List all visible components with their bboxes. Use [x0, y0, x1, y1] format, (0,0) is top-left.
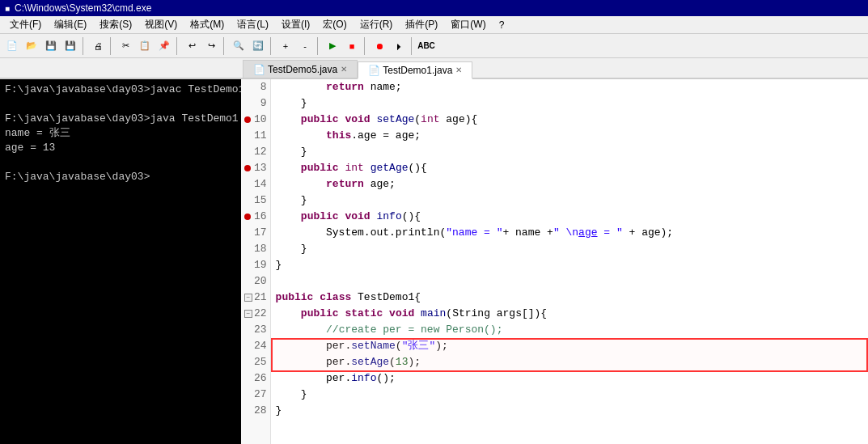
tab-label-testdemo1: 📄 TestDemo1.java	[368, 65, 452, 76]
line-num-11: 11	[244, 128, 267, 144]
toolbar-playback[interactable]: ⏵	[390, 37, 408, 55]
toolbar-sep8	[411, 37, 414, 55]
toolbar-paste[interactable]: 📌	[155, 37, 173, 55]
line-num-13: 13	[244, 160, 267, 176]
toolbar-cut[interactable]: ✂	[116, 37, 134, 55]
line-num-9: 9	[244, 95, 267, 112]
toolbar-sep7	[364, 37, 367, 55]
tab-close-testdemo5[interactable]: ✕	[341, 65, 347, 74]
window-icon: ■	[5, 4, 10, 13]
menu-settings[interactable]: 设置(I)	[275, 16, 316, 33]
menu-plugin[interactable]: 插件(P)	[399, 16, 444, 33]
toolbar-run[interactable]: ▶	[324, 37, 341, 55]
tab-testdemo5[interactable]: 📄 TestDemo5.java ✕	[243, 60, 358, 78]
menu-format[interactable]: 格式(M)	[184, 16, 231, 33]
tab-close-testdemo1[interactable]: ✕	[455, 66, 462, 74]
menu-edit[interactable]: 编辑(E)	[48, 16, 93, 33]
code-line-11: this.age = age;	[276, 128, 863, 144]
fold-22[interactable]: −	[244, 310, 252, 318]
toolbar-find[interactable]: 🔍	[230, 37, 248, 55]
toolbar-sep5	[270, 37, 273, 55]
toolbar-stop[interactable]: ■	[343, 37, 361, 55]
toolbar-sep1	[83, 37, 86, 55]
code-line-24: per.setName("张三");	[276, 338, 863, 354]
code-line-16: public void info(){	[276, 209, 863, 225]
code-editor: 8 9 10 11 12 13 14 15 16 17	[241, 79, 868, 444]
breakpoint-10[interactable]	[244, 116, 251, 123]
line-num-18: 18	[244, 241, 267, 257]
menu-view[interactable]: 视图(V)	[138, 16, 184, 33]
toolbar-sep2	[110, 37, 113, 55]
term-line-3: F:\java\javabase\day03>java TestDemo1	[5, 112, 236, 126]
breakpoint-16[interactable]	[244, 214, 251, 220]
tab-testdemo1[interactable]: 📄 TestDemo1.java ✕	[358, 61, 472, 79]
code-line-26: per.info();	[276, 370, 863, 387]
menu-help[interactable]: ?	[493, 18, 511, 32]
toolbar-abc[interactable]: ABC	[417, 37, 435, 55]
code-line-25: per.setAge(13);	[276, 354, 863, 370]
line-numbers: 8 9 10 11 12 13 14 15 16 17	[241, 79, 271, 444]
code-line-18: }	[276, 241, 863, 257]
breakpoint-13[interactable]	[244, 165, 251, 171]
code-area[interactable]: 8 9 10 11 12 13 14 15 16 17	[241, 79, 868, 444]
toolbar: 📄 📂 💾 💾 🖨 ✂ 📋 📌 ↩ ↪ 🔍 🔄 + - ▶ ■ ⏺ ⏵ ABC	[0, 34, 868, 58]
toolbar-undo[interactable]: ↩	[183, 37, 201, 55]
line-num-16: 16	[244, 209, 267, 225]
line-num-26: 26	[244, 370, 267, 387]
term-line-1: F:\java\javabase\day03>javac TestDemo1.j…	[5, 82, 236, 97]
line-num-28: 28	[244, 403, 267, 419]
terminal-panel[interactable]: F:\java\javabase\day03>javac TestDemo1.j…	[0, 79, 241, 444]
line-num-15: 15	[244, 192, 267, 209]
tab-label-testdemo5: 📄 TestDemo5.java	[253, 64, 337, 75]
line-num-8: 8	[244, 79, 267, 95]
menu-language[interactable]: 语言(L)	[231, 16, 275, 33]
line-num-10: 10	[244, 112, 267, 128]
line-num-22: − 22	[244, 306, 267, 322]
toolbar-copy[interactable]: 📋	[136, 37, 154, 55]
title-text: C:\Windows\System32\cmd.exe	[15, 2, 151, 14]
toolbar-print[interactable]: 🖨	[89, 37, 107, 55]
code-lines: return name; } public void setAge(int ag…	[271, 79, 868, 419]
code-line-21: public class TestDemo1{	[276, 290, 863, 306]
menu-window[interactable]: 窗口(W)	[444, 16, 492, 33]
line-num-20: 20	[244, 273, 267, 290]
menu-file[interactable]: 文件(F)	[3, 16, 48, 33]
code-line-12: }	[276, 144, 863, 160]
code-line-8: return name;	[276, 79, 863, 95]
toolbar-zoom-out[interactable]: -	[296, 37, 314, 55]
code-line-20	[276, 273, 863, 290]
menu-macro[interactable]: 宏(O)	[316, 16, 353, 33]
line-num-27: 27	[244, 387, 267, 403]
toolbar-record[interactable]: ⏺	[370, 37, 388, 55]
toolbar-open[interactable]: 📂	[23, 37, 40, 55]
code-line-9: }	[276, 95, 863, 112]
term-line-2	[5, 97, 236, 112]
code-lines-wrapper: return name; } public void setAge(int ag…	[271, 79, 868, 444]
code-line-27: }	[276, 387, 863, 403]
toolbar-zoom-in[interactable]: +	[277, 37, 294, 55]
code-line-10: public void setAge(int age){	[276, 112, 863, 128]
toolbar-sep6	[317, 37, 320, 55]
toolbar-replace[interactable]: 🔄	[249, 37, 267, 55]
line-num-23: 23	[244, 322, 267, 338]
fold-21[interactable]: −	[244, 294, 252, 302]
term-line-4: name = 张三	[5, 126, 236, 141]
line-num-12: 12	[244, 144, 267, 160]
code-line-15: }	[276, 192, 863, 209]
code-line-23: //create per = new Person();	[276, 322, 863, 338]
line-num-21: − 21	[244, 290, 267, 306]
toolbar-sep4	[223, 37, 227, 55]
term-line-5: age = 13	[5, 141, 236, 155]
code-line-19: }	[276, 257, 863, 273]
line-num-19: 19	[244, 257, 267, 273]
toolbar-new[interactable]: 📄	[3, 37, 21, 55]
line-num-25: 25	[244, 354, 267, 370]
menu-run[interactable]: 运行(R)	[354, 16, 400, 33]
menu-search[interactable]: 搜索(S)	[93, 16, 138, 33]
toolbar-saveall[interactable]: 💾	[61, 37, 79, 55]
tab-bar: 📄 TestDemo5.java ✕ 📄 TestDemo1.java ✕	[0, 58, 868, 79]
title-bar: ■ C:\Windows\System32\cmd.exe	[0, 0, 868, 16]
toolbar-redo[interactable]: ↪	[202, 37, 220, 55]
toolbar-sep3	[176, 37, 180, 55]
toolbar-save[interactable]: 💾	[42, 37, 60, 55]
